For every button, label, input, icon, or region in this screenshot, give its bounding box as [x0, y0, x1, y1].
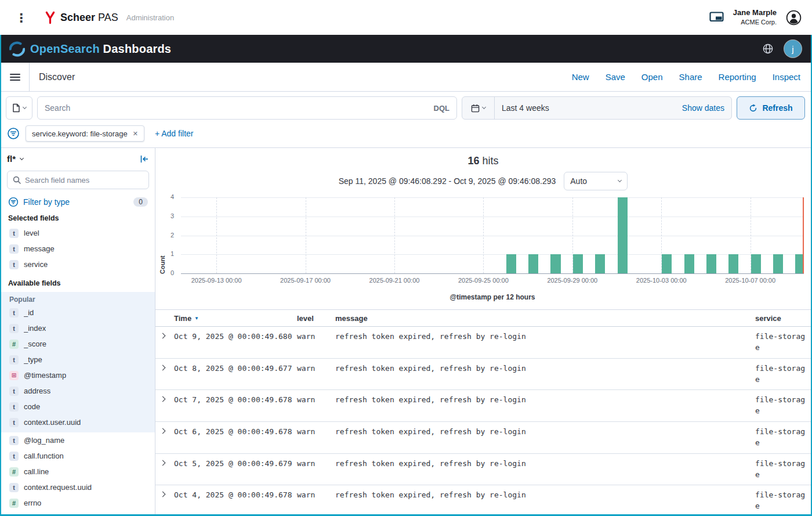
- date-range-display[interactable]: Last 4 weeks Show dates: [495, 97, 731, 119]
- pas-header-right: Jane Marple ACME Corp.: [709, 8, 802, 26]
- field-type-t-icon: t: [9, 260, 19, 269]
- search-box: DQL: [37, 96, 457, 120]
- pas-header: ⋮ Scheer PAS Administration Jane Marple …: [0, 0, 812, 35]
- histogram-bar-2025-10-07[interactable]: [751, 254, 761, 273]
- expand-row-icon[interactable]: [161, 334, 165, 353]
- popular-fields-list: t_idt_index#_scoret_type⊞@timestamptaddr…: [7, 305, 149, 430]
- embed-screen-icon[interactable]: [709, 12, 724, 24]
- field-item-_type[interactable]: t_type: [7, 352, 149, 367]
- histogram-bar-2025-09-27[interactable]: [528, 254, 538, 273]
- column-header-level[interactable]: level: [297, 314, 335, 323]
- date-quick-select-button[interactable]: [462, 97, 495, 119]
- filter-by-type-label: Filter by type: [23, 197, 70, 207]
- histogram-bar-2025-09-29[interactable]: [573, 254, 583, 273]
- field-name: call.line: [24, 467, 49, 476]
- brand-scheer: Scheer: [60, 12, 95, 23]
- remove-filter-icon[interactable]: ✕: [133, 130, 138, 138]
- field-item-_id[interactable]: t_id: [7, 305, 149, 320]
- expand-cell: [155, 490, 174, 512]
- nav-action-open[interactable]: Open: [641, 72, 663, 82]
- histogram-bar-2025-10-03[interactable]: [662, 254, 672, 273]
- field-name: @log_name: [24, 436, 64, 445]
- field-type-t-icon: t: [9, 229, 19, 238]
- column-header-service[interactable]: service: [755, 314, 811, 323]
- saved-query-button[interactable]: [6, 96, 32, 120]
- field-search-input[interactable]: [25, 176, 143, 185]
- nav-action-share[interactable]: Share: [679, 72, 702, 82]
- calendar-icon: [471, 104, 480, 113]
- brand-dashboards: Dashboards: [103, 42, 172, 55]
- osd-user-avatar[interactable]: j: [784, 40, 802, 57]
- field-item-errno[interactable]: #errno: [7, 495, 149, 511]
- expand-row-icon[interactable]: [161, 429, 165, 449]
- popular-heading: Popular: [9, 295, 147, 304]
- table-row: Oct 5, 2025 @ 00:00:49.679warnrefresh to…: [155, 454, 811, 486]
- field-item-_score[interactable]: #_score: [7, 336, 149, 352]
- histogram-bar-2025-10-06[interactable]: [728, 254, 738, 273]
- nav-action-reporting[interactable]: Reporting: [719, 72, 756, 82]
- expand-row-icon[interactable]: [161, 492, 165, 512]
- field-type-date-icon: ⊞: [9, 371, 19, 380]
- dql-button[interactable]: DQL: [434, 104, 449, 113]
- time-column-label: Time: [174, 314, 191, 323]
- field-item-address[interactable]: taddress: [7, 383, 149, 399]
- column-header-time[interactable]: Time ▼: [174, 314, 297, 323]
- globe-icon[interactable]: [762, 43, 774, 55]
- field-item-message[interactable]: tmessage: [7, 241, 149, 257]
- doc-time: Oct 9, 2025 @ 00:00:49.680: [174, 331, 297, 353]
- field-item-call.line[interactable]: #call.line: [7, 464, 149, 479]
- nav-action-save[interactable]: Save: [606, 72, 625, 82]
- doc-level: warn: [297, 395, 335, 417]
- filter-options-icon[interactable]: [7, 127, 20, 140]
- field-item-code[interactable]: tcode: [7, 399, 149, 414]
- table-header: Time ▼ level message service: [155, 310, 811, 327]
- chevron-right-icon: [160, 396, 165, 402]
- filter-bar: service.keyword: file-storage ✕ + Add fi…: [1, 123, 811, 148]
- histogram-bar-2025-09-26[interactable]: [506, 254, 516, 273]
- field-item-call.function[interactable]: tcall.function: [7, 448, 149, 464]
- chevron-right-icon: [160, 492, 165, 497]
- hamburger-menu-button[interactable]: [1, 63, 30, 91]
- histogram-bar-2025-09-30[interactable]: [595, 254, 605, 273]
- refresh-button[interactable]: Refresh: [737, 96, 805, 120]
- interval-select[interactable]: Auto: [564, 172, 628, 190]
- field-item-context.request.uuid[interactable]: tcontext.request.uuid: [7, 479, 149, 495]
- doc-time: Oct 8, 2025 @ 00:00:49.677: [174, 363, 297, 385]
- field-item-service[interactable]: tservice: [7, 257, 149, 272]
- collapse-sidebar-button[interactable]: [140, 154, 149, 164]
- histogram-bar-2025-10-01[interactable]: [618, 197, 628, 273]
- chevron-right-icon: [160, 365, 165, 370]
- histogram-bar-2025-10-05[interactable]: [706, 254, 716, 273]
- field-type-num-icon: #: [9, 340, 19, 349]
- search-input[interactable]: [45, 103, 434, 113]
- scheer-pas-logo: Scheer PAS: [45, 11, 118, 24]
- nav-action-inspect[interactable]: Inspect: [773, 72, 800, 82]
- field-item-context.user.uuid[interactable]: tcontext.user.uuid: [7, 414, 149, 430]
- osd-header-right: j: [762, 40, 802, 57]
- filter-pill[interactable]: service.keyword: file-storage ✕: [26, 125, 144, 142]
- field-item-level[interactable]: tlevel: [7, 225, 149, 241]
- index-pattern-selector[interactable]: fl*: [7, 154, 23, 164]
- nav-action-new[interactable]: New: [572, 72, 589, 82]
- doc-message: refresh token expired, refresh by re-log…: [335, 459, 755, 481]
- doc-time: Oct 4, 2025 @ 00:00:49.678: [174, 490, 297, 512]
- histogram-bar-2025-10-08[interactable]: [773, 254, 783, 273]
- brand-pas: PAS: [98, 12, 118, 23]
- field-item-@timestamp[interactable]: ⊞@timestamp: [7, 367, 149, 383]
- field-item-@log_name[interactable]: t@log_name: [7, 432, 149, 448]
- field-name: context.user.uuid: [24, 418, 81, 427]
- filter-count-badge: 0: [133, 197, 148, 207]
- histogram-bar-2025-10-04[interactable]: [684, 254, 694, 273]
- histogram-bar-2025-09-28[interactable]: [550, 254, 560, 273]
- user-avatar-icon[interactable]: [786, 10, 802, 26]
- expand-row-icon[interactable]: [161, 397, 165, 417]
- show-dates-link[interactable]: Show dates: [682, 103, 724, 113]
- expand-row-icon[interactable]: [161, 366, 165, 385]
- field-item-_index[interactable]: t_index: [7, 320, 149, 336]
- add-filter-link[interactable]: + Add filter: [155, 129, 194, 138]
- expand-row-icon[interactable]: [161, 461, 165, 481]
- kebab-menu-icon[interactable]: ⋮: [12, 12, 31, 24]
- filter-by-type-button[interactable]: Filter by type 0: [7, 197, 149, 207]
- search-icon: [13, 176, 21, 184]
- column-header-message[interactable]: message: [335, 314, 755, 323]
